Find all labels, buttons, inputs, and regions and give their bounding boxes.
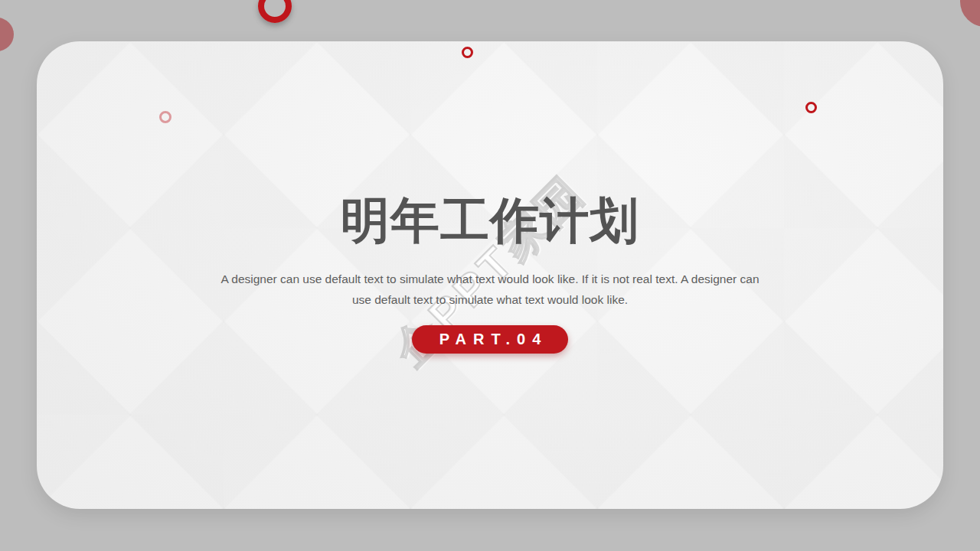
slide-canvas: 企PPT家园 明年工作计划 A designer can use default…: [0, 0, 980, 551]
dot-left-edge-decoration: [0, 18, 14, 51]
ring-small-top-center-decoration: [462, 47, 473, 58]
slide-subtitle: A designer can use default text to simul…: [37, 269, 943, 310]
part-badge: PART.04: [412, 325, 568, 354]
ring-small-right-decoration: [805, 102, 817, 113]
subtitle-line: A designer can use default text to simul…: [37, 269, 943, 289]
ring-small-pink-decoration: [159, 111, 172, 123]
subtitle-line: use default text to simulate what text w…: [37, 289, 943, 310]
dot-top-right-decoration: [960, 0, 980, 27]
slide-title: 明年工作计划: [37, 193, 943, 249]
ring-large-top-decoration: [258, 0, 292, 23]
